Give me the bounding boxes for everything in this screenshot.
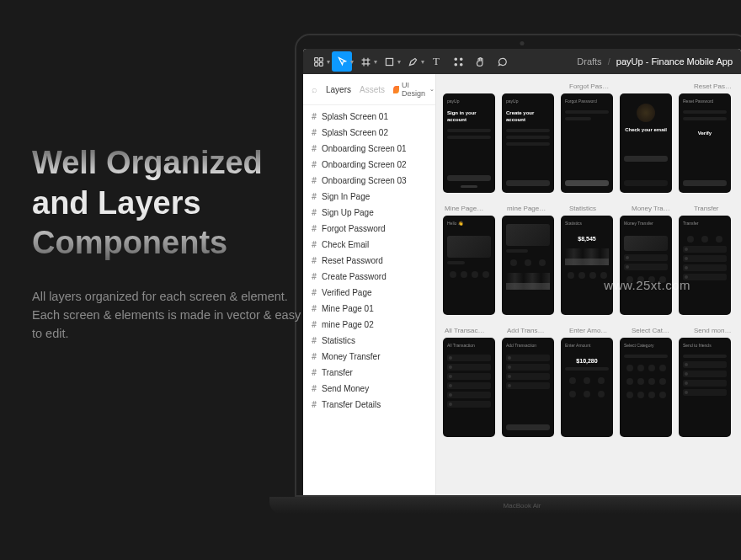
svg-rect-3 [319,62,323,66]
frame-label[interactable]: Mine Page 01 [445,205,485,212]
frame-icon: # [312,208,317,217]
layer-item[interactable]: #Transfer [303,365,435,381]
frame-icon: # [312,160,317,169]
chevron-down-icon[interactable]: ▾ [374,58,377,66]
artboard-frame[interactable]: Reset PasswordVerify [679,93,731,193]
frame-icon: # [312,352,317,361]
frame-label[interactable]: Money Transf... [632,205,672,212]
layer-item[interactable]: #Verified Page [303,285,435,301]
layer-item[interactable]: #Check Email [303,237,435,253]
frame-label[interactable] [632,83,672,90]
frame-icon: # [312,368,317,377]
artboard-frame[interactable]: Send to friends [679,338,731,437]
layer-item[interactable]: #Forgot Password [303,221,435,237]
layer-item[interactable]: #Create Password [303,269,435,285]
layer-label: Splash Screen 02 [322,128,388,137]
chevron-down-icon[interactable]: ▾ [327,58,330,66]
layer-item[interactable]: #Reset Password [303,253,435,269]
artboard-frame[interactable]: Enter Amount$10,280 [561,338,613,437]
tab-layers[interactable]: Layers [326,85,351,94]
frame-label[interactable] [507,83,547,90]
main-menu-icon[interactable] [308,51,328,72]
frame-icon: # [312,128,317,137]
search-icon[interactable]: ⌕ [312,84,317,94]
svg-point-6 [460,58,461,60]
artboard-frame[interactable]: Transfer [679,216,731,315]
layer-label: Onboarding Screen 01 [322,144,407,153]
frame-label[interactable] [445,83,485,90]
layer-item[interactable]: #Splash Screen 01 [303,109,435,125]
layer-label: Money Transfer [322,352,380,361]
layer-item[interactable]: #Sign In Page [303,189,435,205]
pen-tool-icon[interactable] [402,51,423,72]
layer-label: Onboarding Screen 02 [322,160,407,169]
layer-item[interactable]: #Sign Up Page [303,205,435,221]
move-tool-icon[interactable] [332,51,352,72]
layer-item[interactable]: #Mine Page 01 [303,301,435,317]
frame-label[interactable]: Enter Amount [569,327,610,334]
layer-label: Check Email [322,240,369,249]
shape-tool-icon[interactable] [379,51,399,72]
chevron-down-icon[interactable]: ▾ [421,58,424,66]
resources-icon[interactable] [448,51,468,72]
layer-label: Onboarding Screen 03 [322,176,407,185]
frame-icon: # [312,304,317,313]
promo-headline: Well Organized and Layers Components [32,143,301,264]
frame-tool-icon[interactable] [355,51,376,72]
artboard-frame[interactable]: Hello 👋 [443,216,495,315]
layer-label: Statistics [322,336,355,345]
text-tool-icon[interactable]: T [426,51,446,72]
frame-label[interactable]: Forgot Password [569,83,610,90]
frame-icon: # [312,144,317,153]
chevron-down-icon[interactable]: ▾ [350,58,354,66]
svg-rect-4 [386,58,392,65]
artboard-frame[interactable]: payUpSign in your account [443,93,495,193]
artboard-frame[interactable]: Statistics$8,545 [561,216,613,315]
frame-icon: # [312,256,317,265]
frame-label[interactable]: All Transaction [445,327,485,334]
artboard-frame[interactable]: payUpCreate your account [502,93,554,193]
hand-tool-icon[interactable] [470,51,490,72]
artboard-frame[interactable]: Check your email [620,93,672,193]
layer-label: Create Password [322,272,386,281]
artboard-frame[interactable]: Select Category [620,338,672,437]
frame-label[interactable]: Send money t... [694,327,734,334]
frame-label[interactable]: mine Page 02 [507,205,547,212]
layer-item[interactable]: #Splash Screen 02 [303,125,435,141]
artboard-frame[interactable]: All Transaction [443,338,495,437]
frame-icon: # [312,400,317,409]
artboard-frame[interactable]: Forgot Password [561,93,613,193]
artboard-frame[interactable]: Add Transaction [502,338,554,437]
layer-label: Reset Password [322,256,383,265]
tab-assets[interactable]: Assets [360,85,385,94]
layer-label: Transfer [322,368,353,377]
layer-item[interactable]: #Transfer Details [303,397,435,413]
artboard-frame[interactable]: Money Transfer [620,216,672,315]
svg-point-5 [455,58,456,60]
layer-item[interactable]: #mine Page 02 [303,317,435,333]
artboard-frame[interactable] [502,216,554,315]
layer-item[interactable]: #Send Money [303,381,435,397]
layer-item[interactable]: #Onboarding Screen 02 [303,157,435,173]
frame-label[interactable]: Add Transact... [507,327,547,334]
frame-label[interactable]: Reset Password [694,83,734,90]
layer-label: Forgot Password [322,224,386,233]
layer-label: Transfer Details [322,400,381,409]
page-selector[interactable]: UI Design ⌄ [393,81,434,98]
breadcrumb-root[interactable]: Drafts [577,56,601,67]
comment-tool-icon[interactable] [492,51,512,72]
frame-label[interactable]: Select Categ... [632,327,672,334]
layers-list: #Splash Screen 01#Splash Screen 02#Onboa… [303,105,435,495]
layer-label: Send Money [322,384,369,393]
layer-item[interactable]: #Statistics [303,333,435,349]
layer-item[interactable]: #Onboarding Screen 03 [303,173,435,189]
chevron-down-icon[interactable]: ▾ [397,58,401,66]
layer-item[interactable]: #Onboarding Screen 01 [303,141,435,157]
frame-label[interactable]: Transfer [694,205,734,212]
breadcrumb-file[interactable]: payUp - Finance Mobile App [616,56,733,67]
frame-icon: # [312,240,317,249]
frame-label[interactable]: Statistics [569,205,610,212]
breadcrumb[interactable]: Drafts / payUp - Finance Mobile App [577,56,736,67]
canvas[interactable]: Forgot PasswordReset PasswordpayUpSign i… [436,74,741,495]
layer-item[interactable]: #Money Transfer [303,349,435,365]
